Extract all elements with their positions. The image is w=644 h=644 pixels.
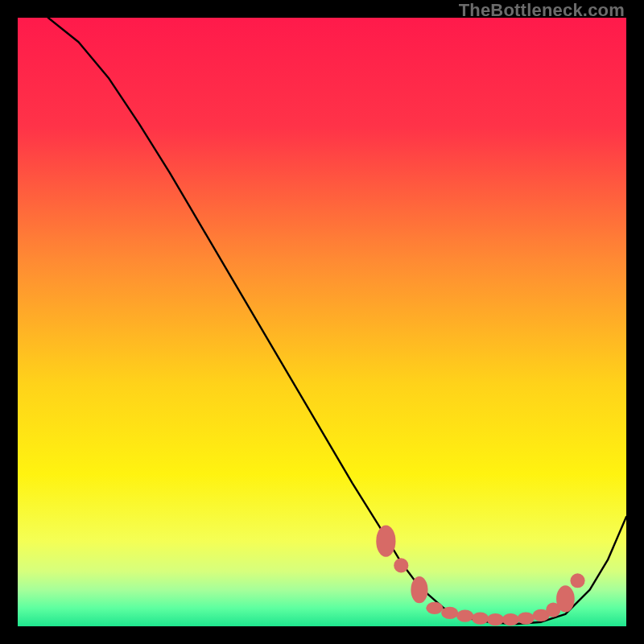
highlight-dot <box>441 607 458 619</box>
highlight-dot <box>472 613 489 625</box>
highlight-dot <box>426 602 443 614</box>
highlight-dot <box>411 576 427 603</box>
highlight-dot <box>487 613 504 625</box>
chart-container: TheBottleneck.com <box>0 0 644 644</box>
bottleneck-chart <box>18 18 626 626</box>
plot-area <box>18 18 626 626</box>
highlight-dot <box>456 610 473 622</box>
highlight-dot <box>502 613 519 625</box>
highlight-dot <box>556 585 575 612</box>
highlight-dot <box>570 573 584 588</box>
highlight-dot <box>518 613 535 625</box>
gradient-background <box>18 18 626 626</box>
highlight-dot <box>376 526 395 557</box>
highlight-dot <box>394 558 408 572</box>
